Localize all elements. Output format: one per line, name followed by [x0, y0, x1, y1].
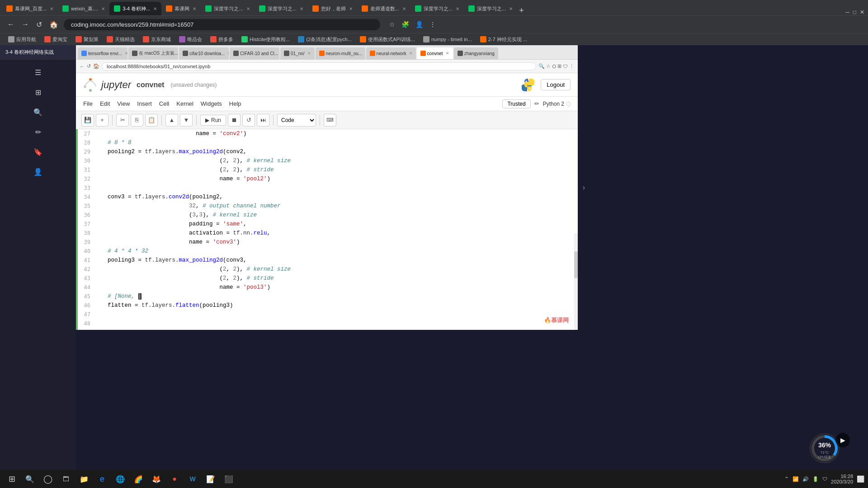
close-button[interactable]: ✕ — [860, 9, 864, 15]
inner-reload-button[interactable]: ↺ — [87, 63, 91, 69]
taskbar-word[interactable]: W — [184, 471, 201, 487]
inner-tab-close-1[interactable]: ✕ — [125, 51, 127, 56]
tab-close-5[interactable]: ✕ — [246, 6, 250, 11]
inner-tab-close-3[interactable]: ✕ — [227, 51, 229, 56]
taskbar-search-button[interactable]: 🔍 — [22, 471, 38, 487]
notebook-filename[interactable]: convnet — [137, 81, 164, 89]
tab-close-4[interactable]: ✕ — [193, 6, 196, 11]
taskbar-app2[interactable]: ● — [166, 471, 183, 487]
chrome-tab-7[interactable]: 您好，老师 ✕ — [308, 2, 357, 15]
inner-home-button[interactable]: 🏠 — [93, 63, 99, 69]
code-area[interactable]: 27 name = 'conv2') 28 # 8 * 8 29 pooling… — [76, 129, 578, 330]
code-text-27[interactable]: name = 'conv2') — [94, 129, 247, 138]
menu-insert[interactable]: Insert — [137, 100, 152, 107]
chrome-tab-8[interactable]: 老师通道数... ✕ — [357, 2, 410, 15]
back-button[interactable]: ← — [5, 19, 16, 29]
menu-edit[interactable]: Edit — [100, 100, 110, 107]
tab-close-9[interactable]: ✕ — [456, 6, 459, 11]
chrome-tab-4[interactable]: 幕课网 ✕ — [161, 2, 201, 15]
code-text-34[interactable]: conv3 = tf.layers.conv2d(pooling2, — [94, 192, 223, 202]
code-text-35[interactable]: 32, # output channel number — [94, 202, 281, 211]
inner-tab-cifar[interactable]: cifar10 downloa... ✕ — [179, 47, 229, 59]
sidebar-nav-icon[interactable]: ☰ — [31, 65, 45, 80]
extensions-icon[interactable]: 🧩 — [400, 19, 411, 30]
taskbar-chrome[interactable]: 🌈 — [130, 471, 146, 487]
expand-right-arrow[interactable]: › — [583, 183, 585, 192]
code-text-40[interactable]: # 4 * 4 * 32 — [94, 247, 148, 256]
taskbar-terminal[interactable]: ⬛ — [221, 471, 237, 487]
taskbar-ie[interactable]: e — [94, 471, 110, 487]
code-text-36[interactable]: (3,3), # kernel size — [94, 211, 257, 220]
move-down-button[interactable]: ▼ — [180, 114, 193, 127]
bookmark-pycharm[interactable]: (2条消息)配置pych... — [294, 35, 355, 44]
code-text-47[interactable] — [94, 310, 98, 319]
forward-button[interactable]: → — [20, 19, 31, 29]
inner-tab-convnet[interactable]: convnet ✕ — [417, 47, 453, 59]
sidebar-search-icon[interactable]: 🔍 — [31, 105, 45, 119]
code-text-30[interactable]: (2, 2), # kernel size — [94, 156, 291, 165]
taskbar-clock[interactable]: 16:28 2020/3/20 — [831, 474, 853, 484]
code-text-29[interactable]: pooling2 = tf.layers.max_pooling2d(conv2… — [94, 147, 247, 156]
taskbar-show-desktop[interactable]: ⬜ — [857, 475, 864, 483]
taskbar-taskview-button[interactable]: 🗔 — [58, 471, 74, 487]
inner-shield-icon[interactable]: 🛡 — [563, 64, 568, 69]
inner-tab-close-8[interactable]: ✕ — [446, 51, 449, 56]
restart-button[interactable]: ↺ — [242, 114, 255, 127]
code-text-46[interactable]: flatten = tf.layers.flatten(pooling3) — [94, 301, 233, 310]
fast-forward-button[interactable]: ⏭ — [257, 114, 269, 127]
tab-close-10[interactable]: ✕ — [509, 6, 513, 11]
code-text-39[interactable]: name = 'conv3') — [94, 238, 240, 247]
bookmark-neuron[interactable]: 2-7 神经元实现 ... — [476, 35, 531, 44]
copy-button[interactable]: ⎘ — [131, 114, 143, 127]
logout-button[interactable]: Logout — [541, 79, 571, 90]
inner-url-input[interactable] — [102, 62, 536, 70]
bookmark-histcite[interactable]: Histcite使用教程... — [238, 35, 293, 44]
bookmark-numpy[interactable]: numpy - timeit in... — [420, 35, 476, 43]
inner-tab-cifar2[interactable]: CIFAR-10 and CI... ✕ — [230, 47, 279, 59]
taskbar-notepad[interactable]: 📝 — [203, 471, 219, 487]
maximize-button[interactable]: □ — [853, 9, 856, 15]
star-icon[interactable]: ☆ — [387, 19, 397, 30]
inner-tab-neural[interactable]: neural-network ✕ — [366, 47, 416, 59]
bookmark-apps[interactable]: 应用导航 — [5, 35, 40, 44]
code-text-41[interactable]: pooling3 = tf.layers.max_pooling2d(conv3… — [94, 256, 247, 265]
taskbar-app1[interactable]: 🦊 — [148, 471, 165, 487]
taskbar-notification-icon[interactable]: ⌃ — [784, 476, 789, 482]
code-text-42[interactable]: (2, 2), # kernel size — [94, 265, 291, 274]
code-text-37[interactable]: padding = 'same', — [94, 220, 247, 229]
inner-tab-neuron[interactable]: neuron-multi_ou... ✕ — [316, 47, 365, 59]
stop-button[interactable]: ⏹ — [228, 114, 241, 127]
inner-tab-close-7[interactable]: ✕ — [409, 51, 413, 56]
cell-type-select[interactable]: Code Markdown Raw — [277, 114, 316, 127]
inner-tab-tf[interactable]: tensorflow envi... ✕ — [78, 47, 127, 59]
inner-search-icon[interactable]: 🔍 — [538, 63, 545, 69]
sidebar-pencil-icon[interactable]: ✏ — [31, 125, 45, 139]
sidebar-home-icon[interactable]: ⊞ — [31, 85, 45, 99]
add-cell-button[interactable]: + — [96, 114, 108, 127]
bookmark-juhua[interactable]: 聚划算 — [72, 35, 102, 44]
code-text-38[interactable]: activation = tf.nn.relu, — [94, 229, 270, 238]
code-text-28[interactable]: # 8 * 8 — [94, 138, 132, 147]
chrome-tab-10[interactable]: 深度学习之... ✕ — [464, 2, 517, 15]
chrome-tab-2[interactable]: weixin_幕.... ✕ — [58, 2, 109, 15]
windows-start-button[interactable]: ⊞ — [4, 471, 20, 487]
inner-ext-icon[interactable]: ⊞ — [557, 63, 561, 69]
bookmark-vip[interactable]: 唯品会 — [175, 35, 206, 44]
code-text-48[interactable] — [94, 319, 98, 328]
tab-close-3[interactable]: ✕ — [153, 6, 157, 11]
edit-icon[interactable]: ✏ — [534, 100, 539, 107]
code-text-43[interactable]: (2, 2), # stride — [94, 274, 274, 283]
code-text-33[interactable] — [94, 183, 98, 192]
inner-tab-user[interactable]: zhangyanxiang — [454, 47, 498, 59]
trusted-button[interactable]: Trusted — [502, 99, 530, 108]
chrome-tab-1[interactable]: 幕课网_百度... ✕ — [2, 2, 58, 15]
menu-file[interactable]: File — [83, 100, 93, 107]
code-text-32[interactable]: name = 'pool2') — [94, 174, 270, 183]
tab-close-1[interactable]: ✕ — [50, 6, 53, 11]
move-up-button[interactable]: ▲ — [165, 114, 178, 127]
save-button[interactable]: 💾 — [81, 114, 94, 127]
menu-kernel[interactable]: Kernel — [176, 100, 193, 107]
reload-button[interactable]: ↺ — [34, 19, 44, 30]
menu-widgets[interactable]: Widgets — [201, 100, 222, 107]
center-play-button[interactable]: ▶ — [835, 433, 850, 447]
